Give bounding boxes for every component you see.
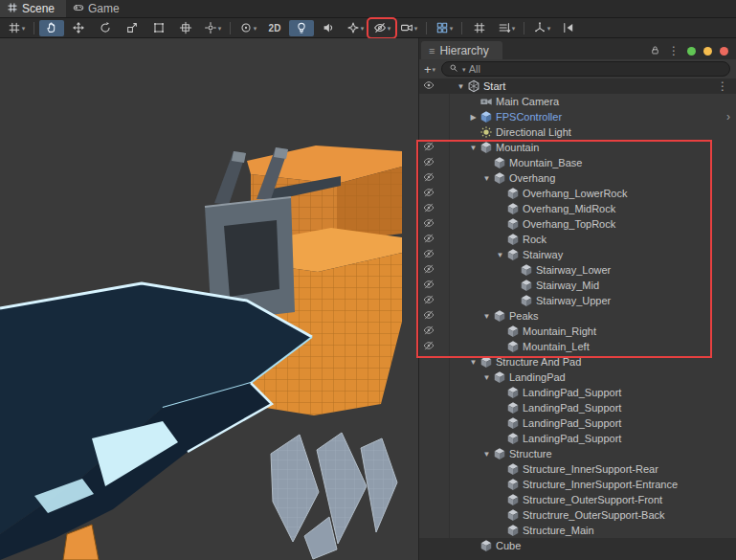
scene-visibility-toggle-button[interactable]: ▾: [369, 20, 394, 36]
object-name-label: Main Camera: [496, 96, 559, 107]
hierarchy-row[interactable]: LandingPad_Support: [419, 415, 736, 431]
visibility-off-icon[interactable]: [423, 340, 435, 353]
gizmos-menu-button[interactable]: ▾: [529, 20, 554, 36]
object-name-label: Structure And Pad: [496, 356, 581, 368]
hierarchy-row[interactable]: Cube: [419, 538, 736, 553]
foldout-expanded-icon[interactable]: ▼: [467, 144, 480, 152]
lighting-toggle-button[interactable]: [289, 20, 314, 36]
tab-scene[interactable]: Scene: [0, 0, 66, 17]
lock-icon[interactable]: [650, 42, 660, 59]
hierarchy-row[interactable]: ▼Structure: [419, 446, 736, 461]
foldout-expanded-icon[interactable]: ▼: [467, 358, 480, 367]
hierarchy-row[interactable]: ▼Structure And Pad: [419, 354, 736, 370]
transform-tool-button[interactable]: [173, 20, 198, 36]
visibility-off-icon[interactable]: [423, 294, 435, 307]
hierarchy-row[interactable]: Mountain_Left: [419, 339, 736, 354]
hierarchy-row[interactable]: Overhang_LowerRock: [419, 186, 736, 201]
audio-toggle-button[interactable]: [316, 20, 341, 36]
foldout-expanded-icon[interactable]: ▼: [480, 450, 493, 459]
foldout-expanded-icon[interactable]: ▼: [494, 251, 506, 259]
pivot-toggle-button[interactable]: ▾: [235, 20, 260, 36]
hierarchy-row[interactable]: Structure_Main: [419, 523, 736, 538]
move-tool-button[interactable]: [66, 20, 91, 36]
visibility-off-icon[interactable]: [423, 156, 435, 169]
create-object-button[interactable]: + ▾: [424, 63, 435, 76]
hierarchy-row[interactable]: ▼Stairway: [419, 247, 736, 262]
hierarchy-row[interactable]: LandingPad_Support: [419, 400, 736, 415]
hierarchy-row[interactable]: Mountain_Right: [419, 324, 736, 339]
foldout-collapsed-icon[interactable]: ▶: [467, 113, 480, 122]
cube-icon: [520, 294, 533, 307]
hierarchy-row[interactable]: Stairway_Lower: [419, 262, 736, 278]
effects-toggle-button[interactable]: ▾: [343, 20, 368, 36]
visibility-off-icon[interactable]: [423, 325, 435, 338]
hierarchy-row[interactable]: LandingPad_Support: [419, 431, 736, 446]
view-hand-tool-button[interactable]: [39, 20, 64, 36]
visibility-off-icon[interactable]: [423, 141, 435, 154]
visibility-off-icon[interactable]: [423, 202, 435, 215]
hierarchy-row[interactable]: ▼Mountain: [419, 140, 736, 155]
hierarchy-row[interactable]: ▼Overhang: [419, 170, 736, 186]
object-name-label: Stairway_Lower: [536, 264, 611, 276]
tab-hierarchy[interactable]: ≡ Hierarchy: [421, 41, 502, 59]
prefab-open-chevron-icon[interactable]: ›: [726, 111, 730, 123]
grid-visibility-button[interactable]: [467, 20, 492, 36]
visibility-off-icon[interactable]: [423, 248, 435, 261]
rotate-tool-button[interactable]: [93, 20, 118, 36]
hierarchy-row[interactable]: Overhang_MidRock: [419, 201, 736, 216]
hierarchy-row[interactable]: Main Camera: [419, 94, 736, 109]
view-tabbar: Scene Game: [0, 0, 736, 18]
panel-menu-button[interactable]: ⋮: [668, 45, 680, 56]
scene-viewport[interactable]: [0, 38, 418, 560]
scale-tool-button[interactable]: [120, 20, 145, 36]
hierarchy-row[interactable]: Stairway_Upper: [419, 293, 736, 308]
hierarchy-row[interactable]: Structure_InnerSupport-Entrance: [419, 477, 736, 492]
visibility-off-icon[interactable]: [423, 171, 435, 185]
snap-increment-button[interactable]: ▾: [494, 20, 519, 36]
hierarchy-row[interactable]: ▶FPSController›: [419, 109, 736, 124]
custom-tool-button[interactable]: ▾: [200, 20, 225, 36]
foldout-expanded-icon[interactable]: ▼: [480, 174, 493, 183]
hierarchy-row[interactable]: Structure_OuterSupport-Front: [419, 492, 736, 507]
hierarchy-row[interactable]: ▼Peaks: [419, 308, 736, 324]
search-input[interactable]: ▾ All: [441, 61, 730, 77]
visibility-off-icon[interactable]: [423, 263, 435, 277]
visibility-off-icon[interactable]: [423, 233, 435, 246]
hierarchy-row[interactable]: Overhang_TopRock: [419, 216, 736, 232]
visibility-off-icon[interactable]: [423, 279, 435, 292]
scene-toolbar: ▾▾▾2D▾▾▾▾▾▾: [0, 18, 736, 38]
frame-skip-button[interactable]: [556, 20, 581, 36]
cube-icon: [480, 539, 493, 552]
hierarchy-row[interactable]: Mountain_Base: [419, 155, 736, 170]
2d-toggle-button[interactable]: 2D: [262, 20, 287, 36]
scene-header-row[interactable]: ▼ Start ⋮: [419, 78, 736, 94]
hierarchy-row[interactable]: LandingPad_Support: [419, 385, 736, 400]
foldout-expanded-icon[interactable]: ▼: [455, 82, 467, 91]
hierarchy-row[interactable]: ▼LandingPad: [419, 370, 736, 385]
chevron-down-icon: ▾: [433, 66, 436, 73]
hierarchy-row[interactable]: Rock: [419, 232, 736, 247]
object-name-label: Directional Light: [496, 126, 571, 138]
hierarchy-tree: Main Camera▶FPSController›Directional Li…: [419, 94, 736, 553]
foldout-expanded-icon[interactable]: ▼: [480, 312, 493, 321]
split-view-button[interactable]: ▾: [432, 20, 457, 36]
visibility-off-icon[interactable]: [423, 187, 435, 200]
hierarchy-row[interactable]: Structrure_OuterSupport-Back: [419, 507, 736, 523]
tab-hierarchy-label: Hierarchy: [439, 44, 488, 57]
foldout-expanded-icon[interactable]: ▼: [480, 373, 493, 382]
camera-preview-button[interactable]: ▾: [396, 20, 421, 36]
snap-settings-button[interactable]: ▾: [4, 20, 29, 36]
cube-icon: [493, 156, 506, 169]
scene-options-button[interactable]: ⋮: [717, 80, 728, 92]
rect-tool-button[interactable]: [146, 20, 171, 36]
cube-icon: [493, 171, 506, 185]
tab-game[interactable]: Game: [66, 0, 131, 17]
hierarchy-row[interactable]: Structure_InnerSupport-Rear: [419, 461, 736, 477]
scene-visibility-eye-icon[interactable]: [423, 79, 435, 93]
hierarchy-row[interactable]: Stairway_Mid: [419, 278, 736, 293]
visibility-off-icon[interactable]: [423, 217, 435, 231]
scene-grid-icon: [7, 2, 18, 16]
visibility-off-icon[interactable]: [423, 309, 435, 323]
hierarchy-row[interactable]: Directional Light: [419, 124, 736, 140]
tab-game-label: Game: [88, 2, 120, 15]
